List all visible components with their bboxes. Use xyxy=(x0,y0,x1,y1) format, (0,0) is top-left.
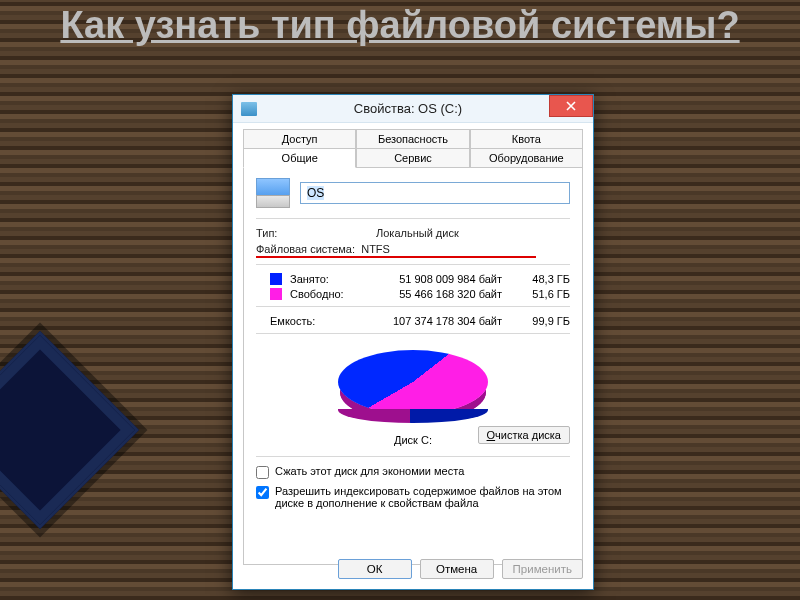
bytes-used: 51 908 009 984 байт xyxy=(352,273,516,285)
dialog-window: Свойства: OS (C:) Доступ Безопасность Кв… xyxy=(232,94,594,590)
hr-free: 51,6 ГБ xyxy=(516,288,570,300)
row-type: Тип: Локальный диск xyxy=(256,227,570,239)
drive-icon xyxy=(256,178,290,208)
label-used: Занято: xyxy=(290,273,352,285)
cleanup-accel: О xyxy=(487,429,496,441)
value-type: Локальный диск xyxy=(376,227,459,239)
apply-button[interactable]: Применить xyxy=(502,559,583,579)
tab-panel-general: OS Тип: Локальный диск Файловая система:… xyxy=(243,167,583,565)
label-compress: Сжать этот диск для экономии места xyxy=(275,465,464,477)
row-free: Свободно: 55 466 168 320 байт 51,6 ГБ xyxy=(256,288,570,300)
drive-icon-small xyxy=(241,102,257,116)
ok-button[interactable]: ОК xyxy=(338,559,412,579)
slide-title: Как узнать тип файловой системы? xyxy=(0,6,800,46)
close-button[interactable] xyxy=(549,95,593,117)
dialog-content: Доступ Безопасность Квота Общие Сервис О… xyxy=(233,123,593,565)
drive-name-value: OS xyxy=(307,186,324,200)
tabs-row-lower: Общие Сервис Оборудование xyxy=(243,148,583,167)
label-filesystem: Файловая система: xyxy=(256,243,355,255)
tab-security[interactable]: Безопасность xyxy=(356,129,469,149)
checkbox-index[interactable] xyxy=(256,486,269,499)
swatch-free xyxy=(270,288,282,300)
row-capacity: Емкость: 107 374 178 304 байт 99,9 ГБ xyxy=(256,315,570,327)
titlebar: Свойства: OS (C:) xyxy=(233,95,593,123)
bytes-capacity: 107 374 178 304 байт xyxy=(356,315,516,327)
tab-general[interactable]: Общие xyxy=(243,148,356,168)
cancel-button[interactable]: Отмена xyxy=(420,559,494,579)
drive-name-input[interactable]: OS xyxy=(300,182,570,204)
separator xyxy=(256,333,570,334)
tab-quota[interactable]: Квота xyxy=(470,129,583,149)
swatch-used xyxy=(270,273,282,285)
checkbox-compress[interactable] xyxy=(256,466,269,479)
pie-chart xyxy=(338,350,488,414)
hr-used: 48,3 ГБ xyxy=(516,273,570,285)
value-filesystem: NTFS xyxy=(361,243,390,255)
slide-decor-diamond xyxy=(0,331,139,529)
label-free: Свободно: xyxy=(290,288,352,300)
titlebar-text: Свойства: OS (C:) xyxy=(263,101,593,116)
hr-capacity: 99,9 ГБ xyxy=(516,315,570,327)
tab-service[interactable]: Сервис xyxy=(356,148,469,168)
tabs-row-upper: Доступ Безопасность Квота xyxy=(243,129,583,148)
separator xyxy=(256,218,570,219)
button-bar: ОК Отмена Применить xyxy=(233,559,593,579)
drive-header-row: OS xyxy=(256,178,570,208)
separator xyxy=(256,456,570,457)
row-compress: Сжать этот диск для экономии места xyxy=(256,465,570,479)
bytes-free: 55 466 168 320 байт xyxy=(352,288,516,300)
disk-cleanup-button[interactable]: Очистка диска xyxy=(478,426,570,444)
usage-block: Занято: 51 908 009 984 байт 48,3 ГБ Своб… xyxy=(256,273,570,327)
label-capacity: Емкость: xyxy=(256,315,356,327)
row-index: Разрешить индексировать содержимое файло… xyxy=(256,485,570,509)
pie-area: Диск C: Очистка диска xyxy=(256,342,570,450)
tab-hardware[interactable]: Оборудование xyxy=(470,148,583,168)
disk-caption: Диск C: xyxy=(394,434,432,446)
row-filesystem: Файловая система: NTFS xyxy=(256,243,570,258)
close-icon xyxy=(566,101,576,111)
row-used: Занято: 51 908 009 984 байт 48,3 ГБ xyxy=(256,273,570,285)
label-type: Тип: xyxy=(256,227,376,239)
cleanup-rest: чистка диска xyxy=(495,429,561,441)
tab-access[interactable]: Доступ xyxy=(243,129,356,149)
separator xyxy=(256,264,570,265)
label-index: Разрешить индексировать содержимое файло… xyxy=(275,485,570,509)
separator xyxy=(256,306,570,307)
